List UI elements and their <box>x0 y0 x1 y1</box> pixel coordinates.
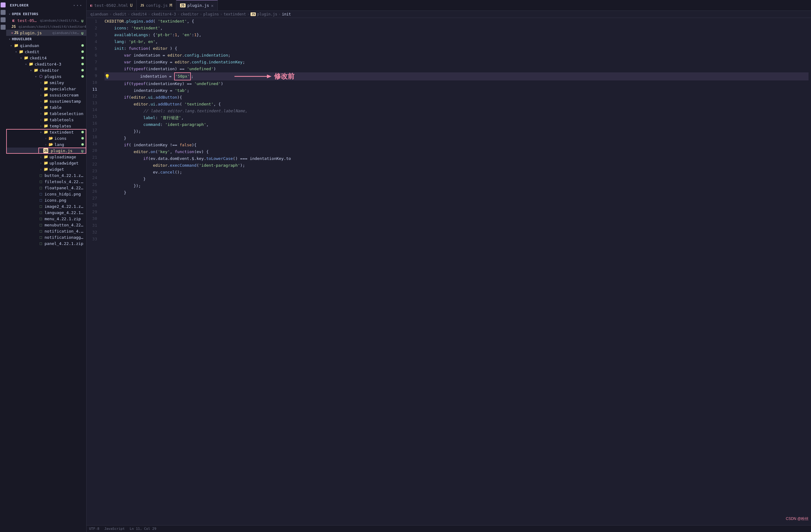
folder-badge <box>81 143 84 146</box>
file-label: icons_hidpi.png <box>45 192 84 196</box>
breadcrumb-textindent[interactable]: textindent <box>224 12 246 16</box>
tab-plugin-js[interactable]: JS plugin.js ✕ <box>176 0 218 11</box>
line-num-19: 19 <box>92 140 97 147</box>
breadcrumb-pluginjs[interactable]: plugin.js <box>257 12 277 16</box>
tree-language-zip[interactable]: ⬚ language_4.22.1.zip <box>6 209 86 216</box>
plugin-js-wrapper: JS plugin.js U <box>6 148 86 154</box>
activity-debug[interactable] <box>1 25 5 30</box>
tree-panel-zip[interactable]: ⬚ panel_4.22.1.zip <box>6 240 86 246</box>
annotation-arrow: 修改前 <box>234 72 294 80</box>
line-num-7: 7 <box>92 59 97 65</box>
tree-qianduan[interactable]: ▾ 📁 qianduan <box>6 42 86 48</box>
breadcrumb-ckedit4[interactable]: ckedit4 <box>131 12 147 16</box>
breadcrumb-ckedit[interactable]: ckedit <box>113 12 126 16</box>
tree-ckedit4[interactable]: ▾ 📁 ckedit4 <box>6 55 86 61</box>
tree-specialchar[interactable]: › 📁 specialchar <box>6 86 86 92</box>
code-line-27: if(ev.data.domEvent.$.key.toLowerCase() … <box>105 155 809 162</box>
tree-uploadwidget[interactable]: › 📁 uploadwidget <box>6 160 86 166</box>
tree-notification-zip[interactable]: ⬚ notification_4.22.1.zip <box>6 228 86 234</box>
tree-ckeditor4-3[interactable]: ▾ 📁 ckeditor4-3 <box>6 61 86 67</box>
tree-icons[interactable]: › 📂 icons <box>6 135 86 141</box>
sidebar-actions[interactable]: ··· <box>73 2 82 9</box>
tree-icons-png[interactable]: ⬚ icons.png <box>6 197 86 203</box>
line-num-18: 18 <box>92 134 97 140</box>
activity-explorer[interactable] <box>1 2 5 7</box>
chevron-icon: ▾ <box>24 62 29 66</box>
folder-label: icons <box>55 136 80 141</box>
tree-button-zip[interactable]: ⬚ button_4.22.1.zip <box>6 172 86 179</box>
close-tab-icon[interactable]: ✕ <box>211 3 213 8</box>
chevron-icon: ▾ <box>39 131 43 134</box>
sidebar-header: EXPLORER ··· <box>6 0 86 11</box>
annotation-text: 修改前 <box>274 73 294 80</box>
breadcrumb-sep: › <box>220 12 223 16</box>
section-open-editors[interactable]: ▾ OPEN EDITORS <box>6 11 86 17</box>
activity-git[interactable] <box>1 17 5 22</box>
tree-filetools-zip[interactable]: ⬚ filetools_4.22.1.zip <box>6 179 86 185</box>
line-num-4: 4 <box>92 39 97 45</box>
folder-label: tableselection <box>49 111 84 116</box>
tree-menubutton-zip[interactable]: ⬚ menubutton_4.22.1.zip <box>6 222 86 228</box>
breadcrumb-ckeditor[interactable]: ckeditor <box>181 12 199 16</box>
folder-label: susutimestamp <box>49 99 84 104</box>
html-file-icon: ◧ <box>11 18 16 23</box>
tree-notificationaggregator-zip[interactable]: ⬚ notificationaggregator_4.22.1.zip <box>6 234 86 240</box>
tree-menu-zip[interactable]: ⬚ menu_4.22.1.zip <box>6 216 86 222</box>
js-tab-icon: JS <box>140 4 144 7</box>
breadcrumb: qianduan › ckedit › ckedit4 › ckeditor4-… <box>87 11 811 18</box>
line-num-15: 15 <box>92 113 97 120</box>
zip-icon: ⬚ <box>39 173 43 178</box>
line-num-21: 21 <box>92 154 97 161</box>
file-label: plugin.js <box>51 149 80 153</box>
tree-tabletools[interactable]: › 📁 tabletools <box>6 117 86 123</box>
breadcrumb-pluginjs-icon: JS <box>250 12 256 16</box>
section-hbuuilder[interactable]: ▾ HBUUILDER <box>6 36 86 42</box>
folder-icon: 📁 <box>43 86 48 91</box>
section-label: HBUUILDER <box>12 37 32 41</box>
breadcrumb-plugins[interactable]: plugins <box>203 12 219 16</box>
tab-test-html[interactable]: ◧ test-0502.html U <box>87 0 137 11</box>
tab-config-js[interactable]: JS config.js M <box>137 0 176 11</box>
breadcrumb-init[interactable]: init <box>282 12 291 16</box>
folder-icon: 📁 <box>33 68 39 73</box>
tree-plugin-js[interactable]: JS plugin.js U <box>6 148 86 154</box>
tree-tableselection[interactable]: › 📁 tableselection <box>6 110 86 117</box>
tree-textindent[interactable]: ▾ 📁 textindent <box>6 129 86 135</box>
folder-label: specialchar <box>49 87 84 91</box>
code-line-1: CKEDITOR.plugins.add( 'textindent', { <box>105 18 809 25</box>
tree-floatpanel-zip[interactable]: ⬚ floatpanel_4.22.1.zip <box>6 185 86 191</box>
chevron-icon: › <box>39 93 43 97</box>
status-bar: UTF-8 JavaScript Ln 11, Col 29 <box>87 525 811 532</box>
tree-ckeditor[interactable]: ▾ 📁 ckeditor <box>6 67 86 73</box>
folder-label: table <box>49 105 84 110</box>
tree-table[interactable]: › 📁 table <box>6 104 86 110</box>
tree-image2-zip[interactable]: ⬚ image2_4.22.1.zip <box>6 203 86 209</box>
file-label: image2_4.22.1.zip <box>45 204 84 209</box>
tree-icons-hidpi[interactable]: ⬚ icons_hidpi.png <box>6 191 86 197</box>
close-icon[interactable]: ✕ <box>11 31 13 35</box>
tree-plugins[interactable]: ▾ ⬡ plugins <box>6 73 86 79</box>
open-editor-test-html[interactable]: ◧ test-0502.html qianduan/ckedit/ckedit4… <box>6 17 86 24</box>
breadcrumb-ckeditor4-3[interactable]: ckeditor4-3 <box>151 12 176 16</box>
open-editor-config-js[interactable]: JS config.js qianduan/ckedit/ckedit4/cke… <box>6 24 86 30</box>
code-line-11: 💡 indentation = '50px'; 修改前 <box>105 72 809 80</box>
tree-susuicecream[interactable]: › 📁 susuicecream <box>6 92 86 98</box>
code-line-32: } <box>105 189 809 196</box>
tree-smiley[interactable]: › 📁 smiley <box>6 79 86 86</box>
folder-label: templates <box>49 124 84 128</box>
section-label: OPEN EDITORS <box>12 12 39 16</box>
file-label: menubutton_4.22.1.zip <box>45 223 84 227</box>
activity-search[interactable] <box>1 10 5 15</box>
tree-uploadimage[interactable]: › 📁 uploadimage <box>6 154 86 160</box>
code-editor[interactable]: 1 2 3 4 5 6 7 8 9 10 11 12 13 14 15 16 1… <box>87 18 811 525</box>
code-line-13: indentationKey = 'tab'; <box>105 87 809 94</box>
tree-susutimestamp[interactable]: › 📁 susutimestamp <box>6 98 86 104</box>
tree-widget[interactable]: › 📁 widget <box>6 166 86 172</box>
line-num-14: 14 <box>92 106 97 113</box>
tree-ckedit[interactable]: ▾ 📁 ckedit <box>6 48 86 55</box>
breadcrumb-qianduan[interactable]: qianduan <box>90 12 108 16</box>
code-line-5: init: function( editor ) { <box>105 45 809 52</box>
tree-lang[interactable]: › 📂 lang <box>6 141 86 148</box>
tree-templates[interactable]: › 📁 templates <box>6 123 86 129</box>
open-editor-plugin-js[interactable]: ✕ JS plugin.js qianduan/ckedit/ckedit4/c… <box>6 30 86 36</box>
